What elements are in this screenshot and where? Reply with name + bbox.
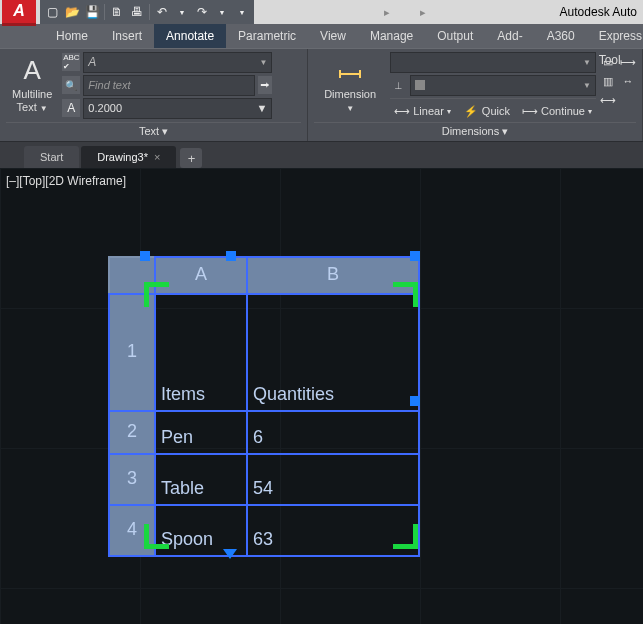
app-logo[interactable]: A [2,0,36,26]
grip-col-a[interactable] [226,251,236,261]
dim-style-icon[interactable]: ⟂ [390,77,406,93]
dimension-icon [334,54,366,86]
selection-corner-tl [144,282,169,307]
abc-check-icon[interactable]: ABC✔ [62,53,80,71]
selection-corner-bl [144,524,169,549]
dim-tool-1-icon[interactable]: ▭ [600,54,616,70]
selected-table-object[interactable]: A B 1 Items Quantities 2 Pen 6 3 Table 5… [108,256,420,557]
plot-icon[interactable]: 🖶 [129,4,145,20]
menu-output[interactable]: Output [425,24,485,48]
dimension-button[interactable]: Dimension ▼ [314,52,386,117]
menu-home[interactable]: Home [44,24,100,48]
grip-bottom-tri[interactable] [223,549,237,559]
viewport-controls[interactable]: [–][Top][2D Wireframe] [6,174,126,188]
redo-icon[interactable]: ↷ [194,4,210,20]
redo-dropdown-icon[interactable]: ▼ [214,4,230,20]
undo-icon[interactable]: ↶ [154,4,170,20]
chevron-down-icon: ▼ [583,58,591,67]
ribbon-panel-text: A MultilineText ▼ ABC✔ A ▼ 🔍 Find text ⮕ [0,49,308,141]
menu-manage[interactable]: Manage [358,24,425,48]
linear-icon: ⟷ [394,103,410,119]
multiline-text-button[interactable]: A MultilineText ▼ [6,52,58,117]
quick-button[interactable]: ⚡ Quick [459,101,514,121]
title-spacer: ▸▸ [254,0,556,24]
menu-parametric[interactable]: Parametric [226,24,308,48]
text-style-dropdown[interactable]: A ▼ [83,52,272,73]
app-title: Autodesk Auto [556,5,641,19]
menu-insert[interactable]: Insert [100,24,154,48]
chevron-down-icon: ▼ [256,102,267,114]
dim-tool-5-icon[interactable]: ↔ [620,73,636,89]
row-header-2[interactable]: 2 [109,411,155,454]
dim-tool-column-2: ⟼ ↔ [620,52,636,89]
chevron-down-icon: ▼ [259,58,267,67]
tab-start[interactable]: Start [24,146,79,168]
row-header-1[interactable]: 1 [109,294,155,411]
dim-tool-3-icon[interactable]: ⟷ [600,92,616,108]
chevron-down-icon: ▼ [583,81,591,90]
title-bar: A ▢ 📂 💾 🗎 🖶 ↶ ▼ ↷ ▼ ▼ ▸▸ Autodesk Auto [0,0,643,24]
cell-a2[interactable]: Pen [155,411,247,454]
selection-corner-tr [393,282,418,307]
dim-tool-4-icon[interactable]: ⟼ [620,54,636,70]
menu-express[interactable]: Express Tool [587,24,643,48]
panel-title-dimensions[interactable]: Dimensions ▾ [314,122,636,141]
dim-tool-2-icon[interactable]: ▥ [600,73,616,89]
text-a-icon: A [16,54,48,86]
find-go-icon[interactable]: ⮕ [258,76,272,94]
saveas-icon[interactable]: 🗎 [109,4,125,20]
menu-bar: Home Insert Annotate Parametric View Man… [0,24,643,48]
new-icon[interactable]: ▢ [44,4,60,20]
linear-button[interactable]: ⟷ Linear ▾ [390,101,455,121]
continue-button[interactable]: ⟼ Continue ▾ [518,101,596,121]
cell-b1[interactable]: Quantities [247,294,419,411]
menu-a360[interactable]: A360 [535,24,587,48]
dim-tool-column: ▭ ▥ ⟷ [600,52,616,108]
tab-drawing[interactable]: Drawing3* × [81,146,176,168]
grip-right-mid[interactable] [410,396,420,406]
ribbon: A MultilineText ▼ ABC✔ A ▼ 🔍 Find text ⮕ [0,48,643,141]
save-icon[interactable]: 💾 [84,4,100,20]
model-viewport[interactable]: [–][Top][2D Wireframe] A B 1 Items Quant… [0,168,643,624]
new-tab-button[interactable]: + [180,148,202,168]
multiline-text-label: MultilineText ▼ [12,88,52,115]
cell-a1[interactable]: Items [155,294,247,411]
quick-access-toolbar: ▢ 📂 💾 🗎 🖶 ↶ ▼ ↷ ▼ ▼ [40,0,254,24]
text-style-icon: A [88,55,96,69]
ribbon-panel-dimensions: Dimension ▼ ▼ ⟂ ▼ ⟷ Linear [308,49,643,141]
cell-b2[interactable]: 6 [247,411,419,454]
undo-dropdown-icon[interactable]: ▼ [174,4,190,20]
text-height-input[interactable]: 0.2000 ▼ [83,98,272,119]
selection-corner-br [393,524,418,549]
menu-addins[interactable]: Add-ins [485,24,534,48]
cell-b3[interactable]: 54 [247,454,419,505]
menu-annotate[interactable]: Annotate [154,24,226,48]
close-icon[interactable]: × [154,146,160,168]
row-header-3[interactable]: 3 [109,454,155,505]
cell-a3[interactable]: Table [155,454,247,505]
find-text-input[interactable]: Find text [83,75,255,96]
grip-top-left[interactable] [140,251,150,261]
grip-top-right[interactable] [410,251,420,261]
dimension-label: Dimension ▼ [320,88,380,115]
panel-title-text[interactable]: Text ▾ [6,122,301,141]
qat-dropdown-icon[interactable]: ▼ [234,4,250,20]
quick-icon: ⚡ [463,103,479,119]
menu-view[interactable]: View [308,24,358,48]
dim-style-2-dropdown[interactable]: ▼ [410,75,596,96]
find-icon[interactable]: 🔍 [62,76,80,94]
continue-icon: ⟼ [522,103,538,119]
file-tab-strip: Start Drawing3* × + [0,141,643,168]
text-height-a-icon[interactable]: A [62,99,80,117]
open-icon[interactable]: 📂 [64,4,80,20]
dim-style-dropdown[interactable]: ▼ [390,52,596,73]
